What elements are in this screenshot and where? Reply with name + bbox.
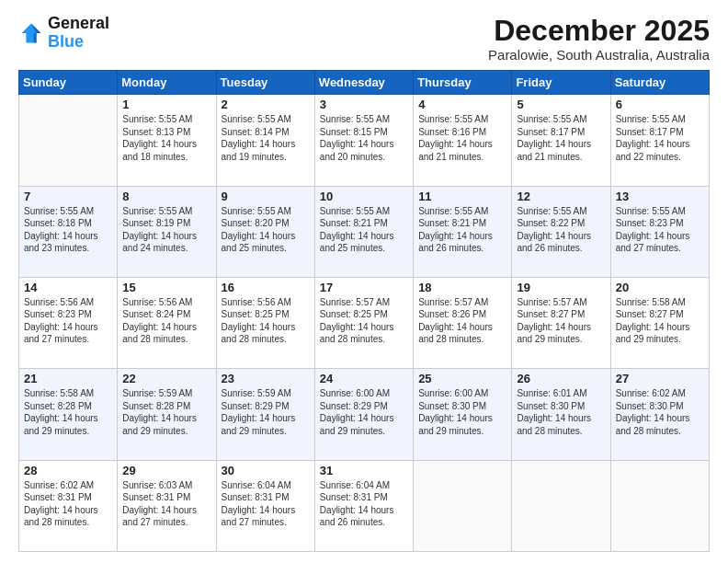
day-number: 13 (616, 190, 704, 203)
day-detail: Sunrise: 5:58 AMSunset: 8:27 PMDaylight:… (616, 296, 704, 346)
day-number: 7 (24, 190, 112, 203)
calendar-cell: 21Sunrise: 5:58 AMSunset: 8:28 PMDayligh… (19, 369, 118, 460)
day-detail: Sunrise: 6:02 AMSunset: 8:30 PMDaylight:… (616, 387, 704, 437)
day-number: 1 (122, 98, 210, 111)
day-number: 12 (517, 190, 605, 203)
day-detail: Sunrise: 5:55 AMSunset: 8:21 PMDaylight:… (418, 205, 506, 255)
calendar-cell: 17Sunrise: 5:57 AMSunset: 8:25 PMDayligh… (314, 277, 413, 368)
day-detail: Sunrise: 6:02 AMSunset: 8:31 PMDaylight:… (24, 479, 112, 529)
calendar-cell: 20Sunrise: 5:58 AMSunset: 8:27 PMDayligh… (610, 277, 709, 368)
day-number: 25 (418, 372, 506, 385)
day-number: 8 (122, 190, 210, 203)
calendar-cell: 4Sunrise: 5:55 AMSunset: 8:16 PMDaylight… (414, 95, 512, 186)
day-number: 20 (616, 281, 704, 294)
logo-icon (18, 20, 44, 46)
calendar-cell: 12Sunrise: 5:55 AMSunset: 8:22 PMDayligh… (512, 186, 610, 277)
day-detail: Sunrise: 6:01 AMSunset: 8:30 PMDaylight:… (517, 387, 605, 437)
day-number: 27 (616, 372, 704, 385)
day-header-friday: Friday (512, 71, 610, 95)
calendar-cell (610, 460, 709, 551)
calendar-cell: 13Sunrise: 5:55 AMSunset: 8:23 PMDayligh… (610, 186, 709, 277)
calendar-cell: 15Sunrise: 5:56 AMSunset: 8:24 PMDayligh… (118, 277, 216, 368)
day-detail: Sunrise: 5:55 AMSunset: 8:16 PMDaylight:… (418, 113, 506, 163)
logo: General Blue (18, 15, 109, 52)
calendar-cell: 16Sunrise: 5:56 AMSunset: 8:25 PMDayligh… (216, 277, 314, 368)
calendar-cell: 25Sunrise: 6:00 AMSunset: 8:30 PMDayligh… (414, 369, 512, 460)
day-number: 14 (24, 281, 112, 294)
calendar-cell: 7Sunrise: 5:55 AMSunset: 8:18 PMDaylight… (19, 186, 118, 277)
day-number: 22 (122, 372, 210, 385)
calendar-table: SundayMondayTuesdayWednesdayThursdayFrid… (18, 70, 710, 552)
day-detail: Sunrise: 5:55 AMSunset: 8:17 PMDaylight:… (616, 113, 704, 163)
day-number: 16 (222, 281, 310, 294)
subtitle: Paralowie, South Australia, Australia (488, 47, 710, 63)
calendar-cell: 28Sunrise: 6:02 AMSunset: 8:31 PMDayligh… (19, 460, 118, 551)
day-detail: Sunrise: 5:56 AMSunset: 8:24 PMDaylight:… (122, 296, 210, 346)
calendar-cell: 29Sunrise: 6:03 AMSunset: 8:31 PMDayligh… (118, 460, 216, 551)
calendar-cell: 1Sunrise: 5:55 AMSunset: 8:13 PMDaylight… (118, 95, 216, 186)
calendar-cell: 31Sunrise: 6:04 AMSunset: 8:31 PMDayligh… (314, 460, 413, 551)
day-number: 10 (320, 190, 408, 203)
calendar-header-row: SundayMondayTuesdayWednesdayThursdayFrid… (19, 71, 710, 95)
calendar-cell: 10Sunrise: 5:55 AMSunset: 8:21 PMDayligh… (314, 186, 413, 277)
day-number: 26 (517, 372, 605, 385)
calendar-cell: 2Sunrise: 5:55 AMSunset: 8:14 PMDaylight… (216, 95, 314, 186)
day-detail: Sunrise: 6:00 AMSunset: 8:30 PMDaylight:… (418, 387, 506, 437)
day-detail: Sunrise: 5:55 AMSunset: 8:19 PMDaylight:… (122, 205, 210, 255)
calendar-cell: 27Sunrise: 6:02 AMSunset: 8:30 PMDayligh… (610, 369, 709, 460)
day-detail: Sunrise: 5:55 AMSunset: 8:13 PMDaylight:… (122, 113, 210, 163)
main-title: December 2025 (488, 15, 710, 47)
calendar-cell: 18Sunrise: 5:57 AMSunset: 8:26 PMDayligh… (414, 277, 512, 368)
day-number: 21 (24, 372, 112, 385)
day-detail: Sunrise: 5:55 AMSunset: 8:22 PMDaylight:… (517, 205, 605, 255)
day-detail: Sunrise: 5:58 AMSunset: 8:28 PMDaylight:… (24, 387, 112, 437)
day-detail: Sunrise: 5:56 AMSunset: 8:25 PMDaylight:… (222, 296, 310, 346)
day-detail: Sunrise: 5:59 AMSunset: 8:28 PMDaylight:… (122, 387, 210, 437)
day-number: 5 (517, 98, 605, 111)
calendar-week-1: 1Sunrise: 5:55 AMSunset: 8:13 PMDaylight… (19, 95, 710, 186)
day-number: 3 (320, 98, 408, 111)
day-detail: Sunrise: 5:59 AMSunset: 8:29 PMDaylight:… (222, 387, 310, 437)
day-number: 4 (418, 98, 506, 111)
day-number: 23 (222, 372, 310, 385)
day-number: 28 (24, 464, 112, 477)
calendar-cell: 8Sunrise: 5:55 AMSunset: 8:19 PMDaylight… (118, 186, 216, 277)
calendar-cell: 22Sunrise: 5:59 AMSunset: 8:28 PMDayligh… (118, 369, 216, 460)
calendar-cell: 3Sunrise: 5:55 AMSunset: 8:15 PMDaylight… (314, 95, 413, 186)
logo-line2: Blue (48, 32, 84, 51)
day-detail: Sunrise: 5:55 AMSunset: 8:14 PMDaylight:… (222, 113, 310, 163)
day-header-thursday: Thursday (414, 71, 512, 95)
day-detail: Sunrise: 6:00 AMSunset: 8:29 PMDaylight:… (320, 387, 408, 437)
calendar-cell: 5Sunrise: 5:55 AMSunset: 8:17 PMDaylight… (512, 95, 610, 186)
day-header-monday: Monday (118, 71, 216, 95)
calendar-week-4: 21Sunrise: 5:58 AMSunset: 8:28 PMDayligh… (19, 369, 710, 460)
calendar-cell: 19Sunrise: 5:57 AMSunset: 8:27 PMDayligh… (512, 277, 610, 368)
day-header-wednesday: Wednesday (314, 71, 413, 95)
calendar-cell (414, 460, 512, 551)
day-detail: Sunrise: 5:55 AMSunset: 8:17 PMDaylight:… (517, 113, 605, 163)
calendar-week-3: 14Sunrise: 5:56 AMSunset: 8:23 PMDayligh… (19, 277, 710, 368)
day-detail: Sunrise: 5:55 AMSunset: 8:21 PMDaylight:… (320, 205, 408, 255)
day-number: 30 (222, 464, 310, 477)
logo-line1: General (48, 15, 109, 33)
page: General Blue December 2025 Paralowie, So… (0, 0, 728, 563)
calendar-week-5: 28Sunrise: 6:02 AMSunset: 8:31 PMDayligh… (19, 460, 710, 551)
day-header-sunday: Sunday (19, 71, 118, 95)
calendar-week-2: 7Sunrise: 5:55 AMSunset: 8:18 PMDaylight… (19, 186, 710, 277)
calendar-cell (19, 95, 118, 186)
day-header-tuesday: Tuesday (216, 71, 314, 95)
day-number: 2 (222, 98, 310, 111)
day-detail: Sunrise: 5:55 AMSunset: 8:23 PMDaylight:… (616, 205, 704, 255)
day-number: 15 (122, 281, 210, 294)
calendar-cell: 23Sunrise: 5:59 AMSunset: 8:29 PMDayligh… (216, 369, 314, 460)
day-detail: Sunrise: 5:56 AMSunset: 8:23 PMDaylight:… (24, 296, 112, 346)
day-number: 19 (517, 281, 605, 294)
calendar-cell: 30Sunrise: 6:04 AMSunset: 8:31 PMDayligh… (216, 460, 314, 551)
calendar-cell: 24Sunrise: 6:00 AMSunset: 8:29 PMDayligh… (314, 369, 413, 460)
title-block: December 2025 Paralowie, South Australia… (488, 15, 710, 63)
logo-text: General Blue (48, 15, 109, 52)
day-header-saturday: Saturday (610, 71, 709, 95)
day-detail: Sunrise: 6:04 AMSunset: 8:31 PMDaylight:… (320, 479, 408, 529)
day-number: 31 (320, 464, 408, 477)
day-detail: Sunrise: 5:57 AMSunset: 8:27 PMDaylight:… (517, 296, 605, 346)
